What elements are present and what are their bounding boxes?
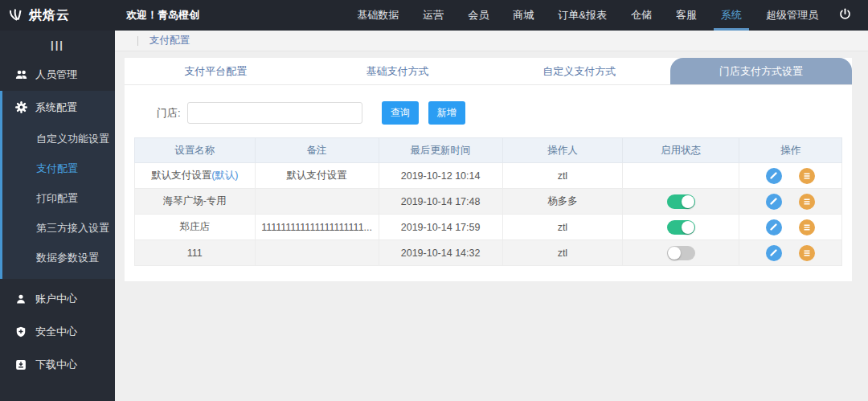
cell-updated: 2019-10-14 14:32 — [379, 240, 502, 266]
store-label: 门店: — [157, 106, 181, 121]
edit-button[interactable] — [766, 219, 782, 235]
col-header-updated: 最后更新时间 — [379, 138, 502, 163]
nav-item-customer-service[interactable]: 客服 — [664, 0, 709, 31]
cell-remark — [255, 240, 379, 266]
cell-actions — [739, 215, 842, 240]
tab-bar: 支付平台配置 基础支付方式 自定义支付方式 门店支付方式设置 — [125, 58, 852, 85]
cell-actions — [739, 240, 842, 266]
bakery-cloud-logo-icon — [8, 9, 24, 23]
sidebar-item-security-center[interactable]: 安全中心 — [0, 315, 115, 348]
sidebar-sub-payment-config[interactable]: 支付配置 — [2, 153, 115, 183]
edit-button[interactable] — [766, 194, 782, 210]
logout-power-button[interactable] — [838, 7, 852, 24]
shield-icon — [14, 326, 27, 338]
payment-config-panel: 支付平台配置 基础支付方式 自定义支付方式 门店支付方式设置 门店: 查询 新增 — [125, 58, 852, 281]
tab-basic-payment-methods[interactable]: 基础支付方式 — [306, 58, 488, 84]
nav-item-super-admin[interactable]: 超级管理员 — [754, 0, 830, 31]
nav-item-basic-data[interactable]: 基础数据 — [345, 0, 411, 31]
cell-name: 111 — [135, 240, 256, 266]
cell-status — [623, 163, 739, 189]
nav-item-mall[interactable]: 商城 — [501, 0, 546, 31]
tab-payment-platform-config[interactable]: 支付平台配置 — [125, 58, 306, 84]
gear-icon — [14, 101, 27, 113]
sidebar-item-label: 账户中心 — [35, 292, 77, 306]
sidebar-group-system-config: 系统配置 自定义功能设置 支付配置 打印配置 第三方接入设置 数据参数设置 — [0, 91, 115, 279]
sidebar-sub-custom-function[interactable]: 自定义功能设置 — [2, 124, 115, 153]
cell-remark — [255, 189, 379, 215]
sidebar-item-label: 安全中心 — [35, 325, 77, 339]
user-icon — [14, 293, 27, 305]
table-row: 111 2019-10-14 14:32 ztl — [135, 240, 842, 266]
breadcrumb-divider — [137, 36, 138, 46]
add-button[interactable]: 新增 — [428, 101, 465, 125]
filter-bar: 门店: 查询 新增 — [157, 101, 852, 125]
col-header-name: 设置名称 — [135, 138, 256, 163]
nav-item-members[interactable]: 会员 — [456, 0, 501, 31]
top-nav: 基础数据 运营 会员 商城 订单&报表 仓储 客服 系统 超级管理员 — [345, 0, 830, 31]
sidebar: ||| 人员管理 — [0, 31, 115, 401]
detail-list-button[interactable] — [799, 219, 815, 235]
table-row: 海琴广场-专用 2019-10-14 17:48 杨多多 — [135, 189, 842, 215]
sidebar-sub-third-party[interactable]: 第三方接入设置 — [2, 213, 115, 243]
sidebar-item-label: 人员管理 — [35, 68, 77, 82]
sidebar-collapse-toggle[interactable]: ||| — [0, 31, 115, 58]
cell-operator: ztl — [502, 215, 623, 240]
download-icon — [14, 359, 27, 370]
nav-item-orders-reports[interactable]: 订单&报表 — [546, 0, 619, 31]
edit-button[interactable] — [766, 245, 782, 261]
cell-status — [623, 240, 739, 266]
cell-updated: 2019-10-12 10:14 — [379, 163, 502, 189]
detail-list-button[interactable] — [799, 245, 815, 261]
detail-list-button[interactable] — [799, 168, 815, 184]
power-icon — [838, 7, 852, 24]
col-header-status: 启用状态 — [623, 138, 739, 163]
cell-remark: 默认支付设置 — [255, 163, 379, 189]
cell-operator: ztl — [502, 240, 623, 266]
query-button[interactable]: 查询 — [382, 101, 419, 125]
tab-custom-payment-methods[interactable]: 自定义支付方式 — [489, 58, 670, 84]
table-row: 郑庄店 111111111111111111111... 2019-10-14 … — [135, 215, 842, 240]
cell-status — [623, 189, 739, 215]
cell-status — [623, 215, 739, 240]
brand-area: 烘焙云 — [0, 7, 115, 24]
cell-operator: ztl — [502, 163, 623, 189]
main-content: 支付配置 支付平台配置 基础支付方式 自定义支付方式 门店支付方式设置 门店: … — [115, 31, 868, 401]
nav-item-operations[interactable]: 运营 — [411, 0, 456, 31]
settings-table: 设置名称 备注 最后更新时间 操作人 启用状态 操作 默认支付设置(默认) — [134, 137, 842, 266]
sidebar-sub-data-params[interactable]: 数据参数设置 — [2, 243, 115, 272]
nav-item-system[interactable]: 系统 — [709, 0, 754, 31]
cell-actions — [739, 163, 842, 189]
sidebar-item-system-config[interactable]: 系统配置 — [2, 91, 115, 124]
app-window: 烘焙云 欢迎！青岛橙创 基础数据 运营 会员 商城 订单&报表 仓储 客服 系统… — [0, 0, 868, 401]
users-icon — [14, 69, 27, 80]
nav-item-warehouse[interactable]: 仓储 — [619, 0, 664, 31]
edit-button[interactable] — [766, 168, 782, 184]
tab-store-payment-settings[interactable]: 门店支付方式设置 — [670, 58, 852, 84]
welcome-text: 欢迎！青岛橙创 — [126, 8, 199, 23]
cell-operator: 杨多多 — [502, 189, 623, 215]
col-header-operator: 操作人 — [502, 138, 623, 163]
sidebar-item-label: 下载中心 — [35, 358, 77, 372]
cell-name: 海琴广场-专用 — [135, 189, 256, 215]
status-toggle[interactable] — [667, 194, 695, 209]
sidebar-sub-print-config[interactable]: 打印配置 — [2, 183, 115, 213]
status-toggle[interactable] — [667, 220, 695, 235]
breadcrumb-current[interactable]: 支付配置 — [149, 34, 190, 47]
detail-list-button[interactable] — [799, 194, 815, 210]
app-title: 烘焙云 — [29, 7, 70, 24]
cell-name: 默认支付设置(默认) — [135, 163, 256, 189]
table-row: 默认支付设置(默认) 默认支付设置 2019-10-12 10:14 ztl — [135, 163, 842, 189]
sidebar-item-personnel[interactable]: 人员管理 — [0, 58, 115, 91]
cell-updated: 2019-10-14 17:59 — [379, 215, 502, 240]
cell-actions — [739, 189, 842, 215]
sidebar-item-account-center[interactable]: 账户中心 — [0, 282, 115, 315]
col-header-actions: 操作 — [739, 138, 842, 163]
breadcrumb: 支付配置 — [115, 31, 868, 51]
default-badge: (默认) — [211, 170, 238, 181]
sidebar-item-label: 系统配置 — [35, 100, 77, 115]
sidebar-item-download-center[interactable]: 下载中心 — [0, 348, 115, 381]
store-input[interactable] — [187, 102, 362, 124]
cell-remark: 111111111111111111111... — [255, 215, 379, 240]
cell-updated: 2019-10-14 17:48 — [379, 189, 502, 215]
status-toggle[interactable] — [667, 246, 695, 260]
